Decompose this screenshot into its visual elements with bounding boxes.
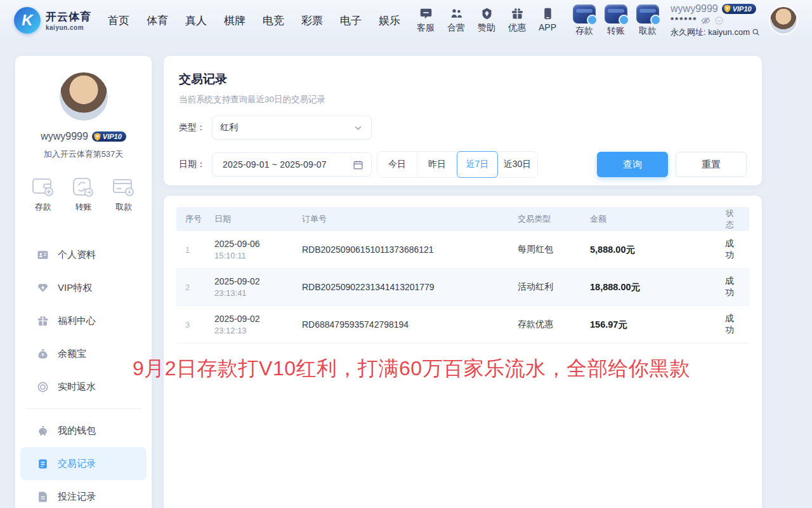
sidebar-item-welfare[interactable]: 福利中心: [20, 304, 147, 337]
nav-item-slots[interactable]: 电子: [340, 13, 362, 28]
chevron-circle-icon[interactable]: [714, 16, 724, 25]
sidebar-item-vip[interactable]: VIP特权: [20, 271, 147, 304]
search-icon[interactable]: [752, 28, 760, 36]
sidebar-divider: [25, 408, 141, 409]
permanent-url: 永久网址: kaiyun.com: [671, 27, 750, 38]
type-select[interactable]: 红利: [212, 116, 372, 140]
transfer-outline-icon: [70, 175, 96, 198]
profile-sidebar: wywy9999 VIP10 加入开云体育第537天 存款 转账 取款 个人资料…: [15, 56, 152, 508]
nav-item-entertainment[interactable]: 娱乐: [379, 13, 400, 28]
query-button[interactable]: 查询: [597, 152, 668, 177]
table-row[interactable]: 2 2025-09-02 23:13:41 RDB202509022313414…: [176, 269, 749, 306]
profile-username: wywy9999: [41, 131, 88, 142]
brand-domain: kaiyun.com: [46, 24, 91, 31]
wallet-outline-icon: [30, 175, 56, 198]
joined-days-text: 加入开云体育第537天: [44, 149, 124, 160]
date-range-input[interactable]: 2025-09-01 ~ 2025-09-07: [212, 152, 372, 177]
service-label: 客服: [417, 22, 435, 34]
col-header-type: 交易类型: [518, 213, 590, 225]
app-label: APP: [539, 22, 556, 32]
vip-shield-icon: [723, 4, 731, 13]
date-range-value: 2025-09-01 ~ 2025-09-07: [220, 159, 353, 170]
nav-item-esports[interactable]: 电竞: [263, 13, 284, 28]
row-time: 23:13:41: [214, 288, 302, 298]
sidebar-item-transactions[interactable]: 交易记录: [20, 447, 147, 480]
sidebar-withdraw-action[interactable]: 取款: [111, 175, 136, 213]
brand-logo[interactable]: K 开云体育 kaiyun.com: [14, 7, 91, 34]
sidebar-item-label: 投注记录: [58, 491, 96, 503]
range-yesterday-button[interactable]: 昨日: [417, 152, 457, 177]
row-status: 成功: [720, 276, 749, 298]
app-link[interactable]: APP: [539, 7, 556, 34]
row-date: 2025-09-06: [214, 239, 302, 249]
balance-mask: ******: [671, 17, 697, 23]
nav-item-home[interactable]: 首页: [108, 13, 129, 28]
transfer-tile[interactable]: 转账: [605, 4, 627, 37]
sidebar-item-label: 交易记录: [58, 458, 96, 470]
row-amount: 5,888.00元: [590, 244, 720, 256]
sidebar-deposit-label: 存款: [35, 201, 51, 213]
records-filter-panel: 交易记录 当前系统支持查询最近30日的交易记录 类型： 红利 日期： 2025-…: [164, 56, 762, 185]
chevron-down-icon: [353, 123, 363, 133]
sidebar-item-label: 实时返水: [58, 381, 96, 393]
user-avatar[interactable]: [769, 6, 798, 35]
reset-button[interactable]: 重置: [676, 152, 747, 177]
promo-label: 优惠: [508, 22, 526, 34]
nav-item-lottery[interactable]: 彩票: [301, 13, 323, 28]
row-status: 成功: [720, 313, 749, 336]
col-header-no: 序号: [176, 213, 214, 225]
sidebar-item-label: 福利中心: [58, 315, 96, 327]
sidebar-item-rebate[interactable]: 实时返水: [20, 370, 147, 403]
nav-item-chess[interactable]: 棋牌: [224, 13, 246, 28]
main-nav: 首页 体育 真人 棋牌 电竞 彩票 电子 娱乐: [108, 13, 400, 28]
phone-icon: [541, 7, 554, 20]
type-select-value: 红利: [220, 122, 353, 133]
profile-vip-badge: VIP10: [92, 131, 126, 142]
withdraw-tile[interactable]: 取款: [636, 4, 659, 37]
col-header-status: 状态: [720, 208, 749, 231]
chat-icon: [419, 7, 433, 20]
sidebar-item-bets[interactable]: 投注记录: [20, 480, 147, 508]
sidebar-quick-actions: 存款 转账 取款: [15, 175, 152, 213]
row-date: 2025-09-02: [214, 314, 302, 324]
account-summary: wywy9999 VIP10 ****** 永久网址: kaiyun.com: [671, 3, 760, 38]
partners-label: 合营: [447, 22, 465, 34]
row-amount: 18,888.00元: [590, 281, 720, 293]
range-30days-button[interactable]: 近30日: [497, 152, 537, 177]
row-type: 活动红利: [518, 281, 590, 293]
withdraw-tile-label: 取款: [639, 25, 657, 37]
sponsor-link[interactable]: 赞助: [478, 7, 495, 34]
deposit-tile-label: 存款: [575, 25, 593, 37]
nav-item-sports[interactable]: 体育: [147, 13, 168, 28]
row-no: 2: [176, 283, 214, 292]
quick-links: 客服 合营 赞助 优惠 APP: [417, 7, 556, 34]
profile-avatar[interactable]: [58, 71, 109, 122]
deposit-icon: [573, 4, 596, 23]
username: wywy9999: [671, 3, 718, 15]
deposit-tile[interactable]: 存款: [573, 4, 596, 37]
row-time: 23:12:13: [214, 326, 302, 335]
table-row[interactable]: 3 2025-09-02 23:12:13 RD6884795935742798…: [176, 306, 749, 344]
sidebar-item-label: 个人资料: [58, 249, 96, 261]
table-row[interactable]: 1 2025-09-06 15:10:11 RDB202509061510113…: [176, 231, 749, 269]
sidebar-deposit-action[interactable]: 存款: [30, 175, 56, 213]
range-today-button[interactable]: 今日: [377, 152, 417, 177]
eye-off-icon[interactable]: [701, 16, 710, 25]
sidebar-item-profile[interactable]: 个人资料: [20, 238, 147, 271]
sidebar-item-label: VIP特权: [58, 282, 92, 294]
sidebar-item-yuebao[interactable]: 余额宝: [20, 337, 147, 370]
row-status: 成功: [720, 238, 749, 261]
service-link[interactable]: 客服: [417, 7, 435, 34]
nav-item-live[interactable]: 真人: [185, 13, 207, 28]
sidebar-withdraw-label: 取款: [115, 201, 132, 213]
table-header-row: 序号 日期 订单号 交易类型 金额 状态: [176, 207, 749, 231]
sponsor-label: 赞助: [478, 22, 495, 34]
sidebar-menu: 个人资料 VIP特权 福利中心 余额宝 实时返水 我的钱包 交易记录: [15, 238, 152, 508]
partners-link[interactable]: 合营: [447, 7, 465, 34]
promo-link[interactable]: 优惠: [508, 7, 526, 34]
sidebar-transfer-action[interactable]: 转账: [70, 175, 96, 213]
row-order-no: RD6884795935742798194: [302, 319, 518, 330]
range-7days-button[interactable]: 近7日: [457, 151, 498, 178]
col-header-date: 日期: [214, 213, 302, 225]
sidebar-item-wallet[interactable]: 我的钱包: [20, 414, 147, 447]
